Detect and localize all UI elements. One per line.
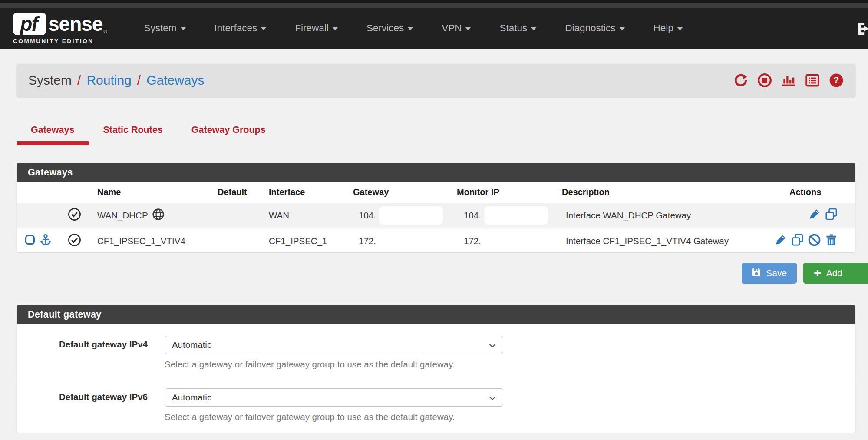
nav-item-firewall[interactable]: Firewall: [281, 8, 352, 49]
page-action-icons: ?: [733, 73, 844, 88]
chevron-down-icon: [489, 340, 496, 350]
globe-icon: [152, 208, 165, 223]
svg-text:?: ?: [834, 75, 839, 86]
redacted-value: [484, 206, 548, 225]
edit-icon[interactable]: [808, 208, 821, 223]
copy-icon[interactable]: [791, 233, 804, 249]
checkbox-icon[interactable]: [25, 235, 35, 247]
logo-tagline: COMMUNITY EDITION: [13, 38, 107, 44]
gateway-address: 172.: [359, 236, 376, 246]
table-row-wan-dhcp: WAN_DHCP WAN 104. 104. Interface WAN_DHC…: [17, 203, 855, 228]
main-navbar: pf sense ® COMMUNITY EDITION System Inte…: [0, 8, 868, 49]
gateway-description: Interface CF1_IPSEC_1_VTIV4 Gateway: [550, 236, 767, 246]
column-header-default: Default: [218, 187, 265, 197]
chevron-down-icon: [489, 392, 496, 403]
breadcrumb-link-gateways[interactable]: Gateways: [146, 73, 204, 88]
add-button[interactable]: + Add: [803, 263, 868, 284]
field-help-text: Select a gateway or failover gateway gro…: [165, 359, 503, 370]
logo-pf-text: pf: [20, 12, 39, 36]
monitor-ip: 104.: [464, 210, 481, 221]
column-header-actions: Actions: [767, 187, 855, 197]
default-gateway-ipv6-row: Default gateway IPv6 Automatic Select a …: [17, 376, 855, 428]
delete-icon[interactable]: [825, 233, 838, 249]
routing-tabs: Gateways Static Routes Gateway Groups: [17, 125, 868, 145]
disable-icon[interactable]: [808, 233, 821, 249]
interface-cell: WAN: [265, 210, 343, 221]
gateways-table: Name Default Interface Gateway Monitor I…: [17, 182, 855, 252]
chevron-down-icon: [677, 27, 683, 30]
chevron-down-icon: [620, 27, 625, 30]
column-header-monitor-ip: Monitor IP: [443, 187, 550, 197]
logo-pf-box: pf: [13, 13, 46, 35]
chevron-down-icon: [333, 27, 338, 30]
chevron-down-icon: [261, 27, 266, 30]
default-gateway-ipv6-label: Default gateway IPv6: [17, 388, 148, 422]
table-buttons: Save + Add: [17, 263, 855, 284]
help-icon[interactable]: ?: [829, 73, 844, 88]
gateway-name: CF1_IPSEC_1_VTIV4: [97, 236, 185, 246]
gateway-address: 104.: [359, 210, 376, 221]
copy-icon[interactable]: [825, 208, 838, 223]
breadcrumb-bar: System / Routing / Gateways ?: [17, 64, 855, 97]
tab-gateways[interactable]: Gateways: [17, 125, 89, 145]
gateways-panel-title: Gateways: [17, 163, 855, 182]
tab-gateway-groups[interactable]: Gateway Groups: [177, 125, 280, 145]
edit-icon[interactable]: [774, 233, 787, 249]
breadcrumb-section: System: [28, 73, 72, 88]
tab-static-routes[interactable]: Static Routes: [89, 125, 177, 145]
chevron-down-icon: [181, 27, 186, 30]
breadcrumb: System / Routing / Gateways: [28, 73, 205, 88]
gateways-panel: Gateways Name Default Interface Gateway …: [17, 163, 855, 252]
pfsense-logo[interactable]: pf sense ® COMMUNITY EDITION: [13, 12, 107, 44]
default-gateway-ipv4-select[interactable]: Automatic: [165, 336, 503, 354]
nav-item-interfaces[interactable]: Interfaces: [200, 8, 281, 49]
save-button-label: Save: [766, 268, 787, 278]
window-strip: [0, 3, 868, 8]
save-icon: [752, 268, 761, 279]
default-gateway-ipv4-label: Default gateway IPv4: [17, 336, 148, 370]
status-ok-icon: [68, 208, 81, 223]
default-gateway-panel: Default gateway Default gateway IPv4 Aut…: [17, 305, 855, 433]
stop-icon[interactable]: [757, 73, 772, 88]
column-header-name: Name: [95, 187, 218, 197]
default-gateway-panel-title: Default gateway: [17, 305, 855, 324]
breadcrumb-separator: /: [77, 73, 81, 88]
nav-item-status[interactable]: Status: [485, 8, 551, 49]
nav-item-services[interactable]: Services: [352, 8, 427, 49]
plus-icon: +: [814, 266, 822, 279]
gateway-name: WAN_DHCP: [97, 210, 148, 221]
nav-item-help[interactable]: Help: [639, 8, 697, 49]
add-button-label: Add: [826, 268, 842, 278]
column-header-gateway: Gateway: [343, 187, 443, 197]
sign-out-icon[interactable]: [855, 20, 868, 39]
breadcrumb-link-routing[interactable]: Routing: [86, 73, 131, 88]
table-header-row: Name Default Interface Gateway Monitor I…: [17, 182, 855, 203]
nav-item-diagnostics[interactable]: Diagnostics: [551, 8, 639, 49]
save-button[interactable]: Save: [742, 263, 797, 284]
nav-item-vpn[interactable]: VPN: [427, 8, 485, 49]
refresh-icon[interactable]: [733, 73, 748, 88]
nav-menu: System Interfaces Firewall Services VPN …: [130, 8, 697, 49]
status-ok-icon: [68, 233, 81, 249]
logo-registered-mark: ®: [103, 29, 107, 34]
column-header-interface: Interface: [265, 187, 343, 197]
table-row-cf1-ipsec: CF1_IPSEC_1_VTIV4 CF1_IPSEC_1 172. 172. …: [17, 228, 855, 252]
default-gateway-ipv6-select[interactable]: Automatic: [165, 388, 503, 407]
bar-chart-icon[interactable]: [781, 73, 796, 88]
window-edge: [0, 0, 868, 3]
gateway-description: Interface WAN_DHCP Gateway: [550, 210, 767, 221]
redacted-value: [379, 206, 443, 225]
logo-sense-text: sense: [48, 12, 102, 36]
selected-value: Automatic: [172, 392, 211, 403]
field-help-text: Select a gateway or failover gateway gro…: [165, 412, 503, 422]
chevron-down-icon: [408, 27, 413, 30]
monitor-ip: 172.: [464, 236, 481, 246]
nav-item-system[interactable]: System: [130, 8, 200, 49]
interface-cell: CF1_IPSEC_1: [265, 236, 343, 246]
log-list-icon[interactable]: [805, 73, 820, 88]
chevron-down-icon: [531, 27, 536, 30]
breadcrumb-separator: /: [137, 73, 141, 88]
column-header-description: Description: [550, 187, 767, 197]
default-gateway-ipv4-row: Default gateway IPv4 Automatic Select a …: [17, 324, 855, 376]
selected-value: Automatic: [172, 340, 211, 350]
